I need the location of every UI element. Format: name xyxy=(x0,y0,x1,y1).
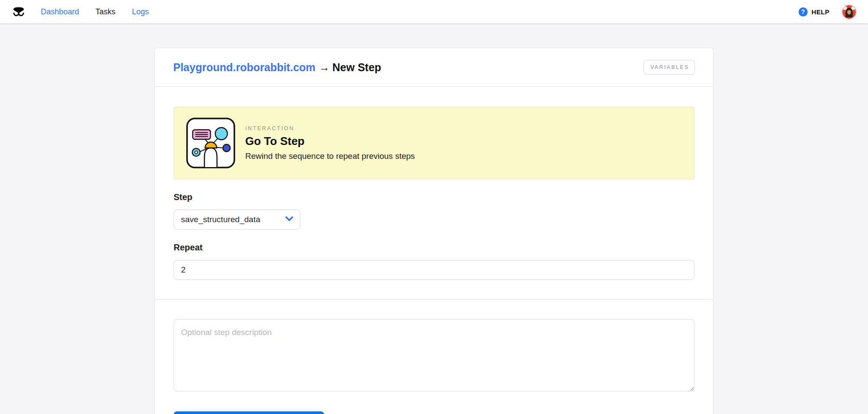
variables-button[interactable]: VARIABLES xyxy=(644,60,695,75)
action-title: Go To Step xyxy=(245,135,415,148)
help-label: HELP xyxy=(812,8,829,16)
roborabbit-logo-icon[interactable] xyxy=(12,6,25,18)
top-navbar: Dashboard Tasks Logs ? HELP xyxy=(0,0,868,24)
step-select-value: save_structured_data xyxy=(181,215,260,224)
task-link[interactable]: Playground.roborabbit.com xyxy=(173,61,316,73)
action-info: INTERACTION Go To Step Rewind the sequen… xyxy=(245,125,415,161)
go-to-step-icon xyxy=(186,118,235,168)
user-avatar[interactable] xyxy=(842,5,856,19)
main-content: Playground.roborabbit.com→New Step VARIA… xyxy=(0,48,868,414)
step-description-section xyxy=(155,299,713,414)
card-header: Playground.roborabbit.com→New Step VARIA… xyxy=(155,48,713,87)
breadcrumb-arrow-icon: → xyxy=(316,61,332,73)
page-title: New Step xyxy=(332,61,381,73)
action-banner: INTERACTION Go To Step Rewind the sequen… xyxy=(174,107,694,179)
nav-item-dashboard[interactable]: Dashboard xyxy=(41,7,79,16)
navbar-right: ? HELP xyxy=(799,5,856,19)
nav-item-tasks[interactable]: Tasks xyxy=(95,7,115,16)
step-editor-card: Playground.roborabbit.com→New Step VARIA… xyxy=(155,48,713,414)
step-description-textarea[interactable] xyxy=(174,319,694,391)
step-config-section: INTERACTION Go To Step Rewind the sequen… xyxy=(155,87,713,299)
repeat-input[interactable] xyxy=(174,260,694,280)
repeat-field-label: Repeat xyxy=(174,243,694,253)
breadcrumb: Playground.roborabbit.com→New Step xyxy=(173,61,381,74)
action-description: Rewind the sequence to repeat previous s… xyxy=(245,151,415,161)
nav-item-logs[interactable]: Logs xyxy=(132,7,149,16)
chevron-down-icon xyxy=(285,216,293,223)
submit-button[interactable] xyxy=(174,411,324,414)
help-button[interactable]: ? HELP xyxy=(799,7,829,16)
action-category-label: INTERACTION xyxy=(245,125,415,131)
help-icon: ? xyxy=(799,7,808,16)
step-field-label: Step xyxy=(174,192,694,202)
step-select[interactable]: save_structured_data xyxy=(174,210,300,230)
